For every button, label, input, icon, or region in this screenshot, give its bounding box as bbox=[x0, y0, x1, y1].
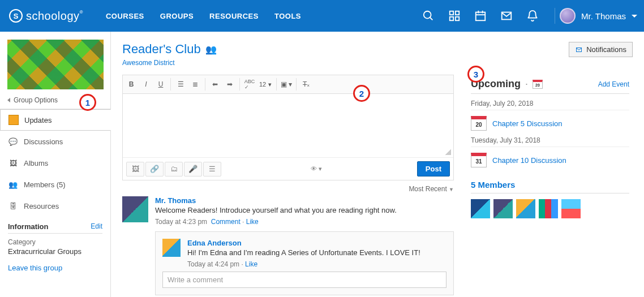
group-title: Reader's Club 👥 bbox=[122, 42, 454, 57]
commenter-avatar[interactable] bbox=[162, 239, 181, 257]
clear-format-button[interactable]: Tₓ bbox=[299, 78, 314, 91]
brand-text: schoology bbox=[26, 10, 80, 22]
user-menu[interactable]: Mr. Thomas bbox=[555, 8, 637, 24]
author-avatar[interactable] bbox=[122, 196, 148, 222]
insert-button[interactable]: ▣ ▾ bbox=[279, 78, 294, 91]
underline-button[interactable]: U bbox=[153, 78, 168, 91]
logo-icon: S bbox=[9, 9, 23, 23]
annotation-3: 3 bbox=[467, 66, 484, 83]
attach-link-button[interactable]: 🔗 bbox=[145, 162, 164, 177]
apps-icon[interactable] bbox=[448, 10, 461, 22]
ol-button[interactable]: ≣ bbox=[188, 78, 203, 91]
leave-group-link[interactable]: Leave this group bbox=[0, 256, 110, 280]
attach-file-button[interactable]: 🗂 bbox=[165, 162, 183, 177]
member-avatar[interactable] bbox=[539, 199, 558, 218]
svg-rect-5 bbox=[456, 17, 459, 20]
nav-tools[interactable]: TOOLS bbox=[274, 12, 301, 20]
comment-input[interactable]: Write a comment bbox=[162, 272, 446, 288]
district-link[interactable]: Awesome District bbox=[122, 59, 174, 67]
italic-button[interactable]: I bbox=[139, 78, 153, 91]
sidebar-item-resources[interactable]: 🗄Resources bbox=[0, 195, 110, 217]
sidebar-item-updates[interactable]: Updates bbox=[0, 109, 110, 131]
sidebar-item-label: Updates bbox=[24, 116, 51, 124]
nav-resources[interactable]: RESOURCES bbox=[209, 12, 259, 20]
sidebar-item-albums[interactable]: 🖼Albums bbox=[0, 152, 110, 174]
calendar-icon[interactable] bbox=[474, 10, 487, 22]
outdent-button[interactable]: ⬅ bbox=[208, 78, 222, 91]
visibility-toggle[interactable]: 👁 ▾ bbox=[311, 165, 322, 173]
notifications-label: Notifications bbox=[586, 45, 626, 54]
event-link[interactable]: Chapter 10 Discussion bbox=[492, 156, 566, 165]
sidebar-item-members[interactable]: 👥Members (5) bbox=[0, 174, 110, 195]
indent-button[interactable]: ➡ bbox=[222, 78, 237, 91]
group-icon: 👥 bbox=[205, 44, 217, 55]
app-header: S schoology® COURSES GROUPS RESOURCES TO… bbox=[0, 0, 644, 32]
comment-text: Hi! I'm Edna and I'm reading A Series of… bbox=[187, 248, 446, 257]
event-link[interactable]: Chapter 5 Discussion bbox=[492, 119, 563, 128]
comments-container: Edna Anderson Hi! I'm Edna and I'm readi… bbox=[155, 231, 454, 295]
commenter-link[interactable]: Edna Anderson bbox=[187, 239, 242, 247]
ul-button[interactable]: ☰ bbox=[173, 78, 188, 91]
nav-groups[interactable]: GROUPS bbox=[160, 12, 194, 20]
nav-courses[interactable]: COURSES bbox=[106, 12, 144, 20]
bold-button[interactable]: B bbox=[124, 78, 139, 91]
member-avatar[interactable] bbox=[493, 199, 513, 218]
group-nav: Updates 💬Discussions 🖼Albums 👥Members (5… bbox=[0, 109, 110, 217]
members-heading-link[interactable]: 5 Members bbox=[471, 180, 515, 190]
add-event-link[interactable]: Add Event bbox=[598, 80, 629, 88]
event-row: 20 Chapter 5 Discussion bbox=[471, 116, 629, 131]
updates-icon bbox=[8, 115, 19, 125]
attach-image-button[interactable]: 🖼 bbox=[126, 162, 144, 177]
group-cover-image[interactable] bbox=[7, 40, 104, 89]
main-content: Reader's Club 👥 Awesome District B I U ☰… bbox=[122, 42, 454, 297]
composer-footer: 🖼 🔗 🗂 🎤 ☰ 👁 ▾ Post bbox=[123, 157, 453, 180]
attach-audio-button[interactable]: 🎤 bbox=[184, 162, 202, 177]
info-section: InformationEdit Category Extracurricular… bbox=[0, 217, 110, 256]
albums-icon: 🖼 bbox=[8, 158, 18, 168]
like-link[interactable]: Like bbox=[246, 218, 259, 226]
info-heading: Information bbox=[8, 222, 49, 231]
event-row: 31 Chapter 10 Discussion bbox=[471, 153, 629, 167]
member-avatar[interactable] bbox=[561, 199, 581, 218]
author-link[interactable]: Mr. Thomas bbox=[155, 196, 196, 205]
spellcheck-button[interactable]: ABC✓ bbox=[242, 78, 257, 91]
right-sidebar: Upcoming · 20 Add Event Friday, July 20,… bbox=[471, 42, 629, 297]
comment-link[interactable]: Comment bbox=[211, 218, 241, 226]
mail-icon[interactable] bbox=[500, 10, 513, 22]
comment-like-link[interactable]: Like bbox=[245, 260, 257, 268]
sidebar-item-label: Members (5) bbox=[24, 180, 66, 189]
member-avatar[interactable] bbox=[471, 199, 490, 218]
sidebar-item-discussions[interactable]: 💬Discussions bbox=[0, 131, 110, 152]
chevron-down-icon bbox=[632, 15, 637, 18]
editor-textarea[interactable] bbox=[123, 94, 453, 157]
svg-line-1 bbox=[430, 18, 433, 20]
attach-poll-button[interactable]: ☰ bbox=[203, 162, 221, 177]
brand-logo[interactable]: S schoology® bbox=[9, 9, 83, 23]
sort-dropdown[interactable]: Most Recent ▼ bbox=[122, 185, 454, 193]
font-size-select[interactable]: 12 ▾ bbox=[257, 81, 274, 88]
left-sidebar: Group Options Updates 💬Discussions 🖼Albu… bbox=[0, 32, 111, 297]
update-text: Welcome Readers! Introduce yourself and … bbox=[155, 206, 454, 214]
group-options-label: Group Options bbox=[14, 96, 58, 104]
calendar-day-icon: 20 bbox=[471, 116, 487, 131]
members-section: 5 Members bbox=[471, 180, 629, 218]
sidebar-item-label: Resources bbox=[24, 202, 59, 210]
avatar bbox=[560, 8, 576, 24]
post-button[interactable]: Post bbox=[417, 161, 450, 177]
notifications-icon[interactable] bbox=[526, 10, 539, 22]
info-category-value: Extracurricular Groups bbox=[8, 247, 102, 256]
event-date: Tuesday, July 31, 2018 bbox=[471, 136, 629, 147]
comment: Edna Anderson Hi! I'm Edna and I'm readi… bbox=[162, 239, 446, 268]
svg-point-0 bbox=[424, 11, 431, 19]
member-avatar[interactable] bbox=[516, 199, 535, 218]
comment-time: Today at 4:24 pm bbox=[187, 260, 239, 268]
svg-rect-4 bbox=[450, 17, 453, 20]
mail-icon bbox=[575, 46, 583, 53]
edit-info-link[interactable]: Edit bbox=[91, 222, 102, 231]
svg-rect-2 bbox=[450, 11, 453, 15]
post-composer: B I U ☰ ≣ ⬅ ➡ ABC✓ 12 ▾ ▣ ▾ Tₓ bbox=[122, 75, 454, 180]
notifications-button[interactable]: Notifications bbox=[569, 42, 633, 57]
calendar-small-icon[interactable]: 20 bbox=[533, 80, 543, 89]
calendar-day-icon: 31 bbox=[471, 153, 487, 167]
search-icon[interactable] bbox=[422, 10, 435, 22]
